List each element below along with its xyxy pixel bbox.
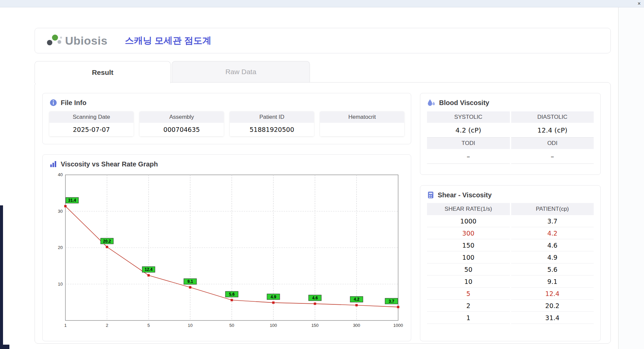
table-cell-rate: 300 [427, 227, 510, 239]
todi-label: TODI [427, 138, 510, 149]
table-cell-patient: 20.2 [511, 300, 594, 312]
svg-text:12.4: 12.4 [145, 267, 153, 272]
svg-text:1000: 1000 [393, 323, 403, 328]
table-cell-patient: 4.2 [511, 227, 594, 239]
diastolic-label: DIASTOLIC [511, 111, 594, 123]
table-cell-rate: 1000 [427, 215, 510, 227]
field-label: Scanning Date [49, 111, 133, 123]
ubiosis-logo-icon [46, 33, 63, 48]
column-header-patient: PATIENT(cp) [511, 203, 594, 215]
svg-text:150: 150 [311, 323, 319, 328]
svg-text:10: 10 [58, 282, 63, 287]
odi-label: ODI [511, 138, 594, 149]
table-cell-patient: 31.4 [511, 312, 594, 324]
svg-text:2: 2 [106, 323, 108, 328]
field-assembly: Assembly 000704635 [140, 111, 224, 136]
svg-text:300: 300 [353, 323, 360, 328]
tab-result[interactable]: Result [35, 61, 171, 83]
field-value [320, 123, 404, 136]
svg-text:40: 40 [58, 172, 63, 177]
table-cell-patient: 4.6 [511, 239, 594, 251]
logo-text: Ubiosis [65, 34, 107, 47]
svg-text:4.9: 4.9 [271, 295, 276, 299]
systolic-value: 4.2 (cP) [427, 123, 510, 138]
table-cell-rate: 1 [427, 312, 510, 324]
table-cell-rate: 50 [427, 263, 510, 276]
bar-chart-icon [49, 160, 57, 168]
calculator-icon [427, 191, 434, 199]
field-value: 51881920500 [230, 123, 314, 136]
table-cell-rate: 2 [427, 300, 510, 312]
svg-text:20: 20 [58, 245, 63, 250]
svg-text:3.7: 3.7 [389, 299, 394, 304]
svg-text:4.2: 4.2 [354, 297, 360, 302]
info-icon [49, 99, 57, 107]
diastolic-value: 12.4 (cP) [511, 123, 594, 138]
svg-text:9.1: 9.1 [187, 279, 193, 284]
table-cell-patient: 4.9 [511, 251, 594, 263]
field-value: 000704635 [140, 123, 224, 136]
field-patient-id: Patient ID 51881920500 [230, 111, 314, 136]
tab-raw-data[interactable]: Raw Data [172, 61, 310, 82]
table-cell-rate: 5 [427, 288, 510, 300]
column-header-shear-rate: SHEAR RATE(1/s) [427, 203, 510, 215]
file-info-title: File Info [61, 99, 87, 107]
result-panel: File Info Scanning Date 2025-07-07 Assem… [35, 82, 611, 344]
field-label: Patient ID [230, 111, 314, 123]
table-cell-patient: 3.7 [511, 215, 594, 227]
viscometer-app: { "window": { "close": "×" }, "header": … [0, 0, 644, 349]
blood-viscosity-title: Blood Viscosity [439, 99, 489, 107]
app-header: Ubiosis 스캐닝 모세관 점도계 [35, 28, 611, 53]
desktop-edge-artifact [0, 205, 3, 349]
blood-viscosity-card: Blood Viscosity SYSTOLIC DIASTOLIC 4.2 (… [420, 93, 601, 175]
svg-text:5: 5 [147, 323, 150, 328]
field-scanning-date: Scanning Date 2025-07-07 [49, 111, 133, 136]
table-cell-rate: 10 [427, 276, 510, 288]
svg-text:31.4: 31.4 [68, 198, 76, 203]
window-titlebar: × [0, 0, 644, 7]
blood-viscosity-table: SYSTOLIC DIASTOLIC 4.2 (cP) 12.4 (cP) TO… [427, 111, 594, 164]
shear-viscosity-title: Shear - Viscosity [438, 191, 492, 199]
shear-viscosity-card: Shear - Viscosity SHEAR RATE(1/s) PATIEN… [420, 185, 601, 341]
desktop-corner-artifact [0, 345, 9, 349]
svg-text:50: 50 [229, 323, 234, 328]
field-value: 2025-07-07 [49, 123, 133, 136]
table-cell-rate: 100 [427, 251, 510, 263]
page-title: 스캐닝 모세관 점도계 [125, 35, 211, 47]
svg-text:10: 10 [188, 323, 193, 328]
field-hematocrit: Hematocrit [320, 111, 404, 136]
table-cell-rate: 150 [427, 239, 510, 251]
svg-text:1: 1 [64, 323, 66, 328]
viscosity-chart: 102030401251050100150300100031.420.212.4… [49, 170, 404, 332]
svg-text:5.6: 5.6 [229, 292, 235, 297]
todi-value: – [427, 149, 510, 164]
graph-title: Viscosity vs Shear Rate Graph [61, 160, 158, 168]
field-label: Assembly [140, 111, 224, 123]
systolic-label: SYSTOLIC [427, 111, 510, 123]
svg-text:100: 100 [270, 323, 277, 328]
close-icon[interactable]: × [638, 0, 641, 7]
field-label: Hematocrit [320, 111, 404, 123]
file-info-fields: Scanning Date 2025-07-07 Assembly 000704… [49, 111, 404, 136]
window-right-gutter [619, 7, 644, 349]
odi-value: – [511, 149, 594, 164]
file-info-card: File Info Scanning Date 2025-07-07 Assem… [42, 93, 411, 144]
table-cell-patient: 5.6 [511, 263, 594, 276]
blood-drop-icon [427, 99, 436, 107]
table-cell-patient: 12.4 [511, 288, 594, 300]
ubiosis-logo: Ubiosis [46, 33, 107, 48]
svg-text:30: 30 [58, 209, 63, 214]
viscosity-graph-card: Viscosity vs Shear Rate Graph 1020304012… [42, 154, 411, 341]
table-cell-patient: 9.1 [511, 276, 594, 288]
svg-text:4.6: 4.6 [312, 296, 318, 300]
viscosity-chart-svg: 102030401251050100150300100031.420.212.4… [49, 170, 405, 331]
svg-text:20.2: 20.2 [103, 239, 111, 244]
shear-viscosity-table: SHEAR RATE(1/s) PATIENT(cp) 1000 3.7 300… [427, 203, 594, 324]
